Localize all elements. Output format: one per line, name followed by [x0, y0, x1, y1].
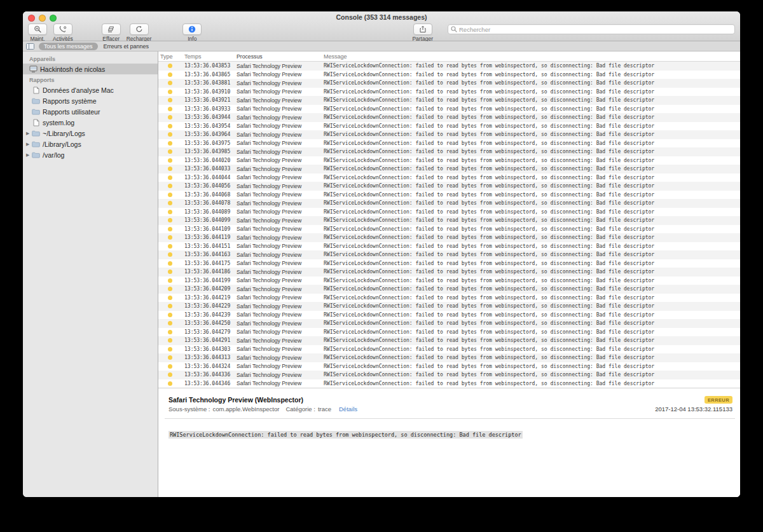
- sidebar-item[interactable]: Hackintosh de nicolas: [23, 64, 158, 74]
- column-view-icon[interactable]: [26, 43, 34, 50]
- column-header-time[interactable]: Temps: [182, 53, 237, 60]
- log-message-cell: RWIServiceLockdownConnection: failed to …: [324, 381, 740, 386]
- log-time-cell: 13:53:36.044324: [182, 364, 237, 369]
- log-message-cell: RWIServiceLockdownConnection: failed to …: [324, 252, 740, 257]
- log-row[interactable]: 13:53:36.044056Safari Technology Preview…: [158, 182, 740, 191]
- sidebar-item[interactable]: Données d'analyse Mac: [23, 85, 158, 95]
- error-badge: ERREUR: [705, 396, 732, 404]
- segment-all-messages[interactable]: Tous les messages: [39, 43, 98, 50]
- titlebar[interactable]: Console (353 314 messages): [23, 11, 740, 22]
- log-process-cell: Safari Technology Preview: [237, 132, 324, 138]
- log-row[interactable]: 13:53:36.044078Safari Technology Preview…: [158, 199, 740, 208]
- log-row[interactable]: 13:53:36.044250Safari Technology Preview…: [158, 319, 740, 328]
- log-message-cell: RWIServiceLockdownConnection: failed to …: [324, 97, 740, 103]
- log-message-cell: RWIServiceLockdownConnection: failed to …: [324, 286, 740, 292]
- log-row[interactable]: 13:53:36.044291Safari Technology Preview…: [158, 336, 740, 345]
- toolbar-button-clear[interactable]: Effacer: [102, 24, 121, 42]
- log-row[interactable]: 13:53:36.044044Safari Technology Preview…: [158, 174, 740, 182]
- sidebar-item-label: /Library/Logs: [43, 140, 81, 148]
- sidebar-item[interactable]: Rapports utilisateur: [23, 106, 158, 117]
- detail-pane: Safari Technology Preview (WebInspector)…: [158, 388, 740, 497]
- log-row[interactable]: 13:53:36.043954Safari Technology Preview…: [158, 122, 740, 131]
- toolbar-button-reload[interactable]: Recharger: [127, 24, 152, 42]
- toolbar-button-share[interactable]: Partager: [412, 24, 433, 42]
- log-row[interactable]: 13:53:36.044279Safari Technology Preview…: [158, 328, 740, 337]
- log-row[interactable]: 13:53:36.044068Safari Technology Preview…: [158, 191, 740, 200]
- log-row[interactable]: 13:53:36.044336Safari Technology Preview…: [158, 371, 740, 379]
- sidebar-item[interactable]: ▶~/Library/Logs: [23, 128, 158, 139]
- log-row[interactable]: 13:53:36.043985Safari Technology Preview…: [158, 147, 740, 156]
- yellow-fault-dot-icon: [168, 381, 172, 386]
- log-process-cell: Safari Technology Preview: [237, 191, 324, 198]
- log-process-cell: Safari Technology Preview: [237, 140, 324, 146]
- log-row[interactable]: 13:53:36.044186Safari Technology Preview…: [158, 268, 740, 276]
- log-type-cell: [158, 158, 182, 163]
- log-process-cell: Safari Technology Preview: [237, 346, 324, 352]
- log-message-cell: RWIServiceLockdownConnection: failed to …: [324, 269, 740, 275]
- document-icon: [32, 86, 40, 94]
- toolbar-button-maint[interactable]: Maint.: [28, 24, 47, 42]
- search-field[interactable]: [448, 24, 735, 34]
- log-row[interactable]: 13:53:36.043921Safari Technology Preview…: [158, 96, 740, 105]
- log-process-cell: Safari Technology Preview: [237, 338, 324, 344]
- yellow-fault-dot-icon: [168, 107, 172, 111]
- disclosure-triangle-icon[interactable]: ▶: [26, 142, 31, 147]
- log-time-cell: 13:53:36.043975: [182, 140, 237, 146]
- sidebar-section-header: Appareils: [23, 53, 158, 64]
- log-time-cell: 13:53:36.044109: [182, 226, 237, 232]
- column-header-type[interactable]: Type: [158, 53, 182, 60]
- log-row[interactable]: 13:53:36.043975Safari Technology Preview…: [158, 139, 740, 148]
- log-row[interactable]: 13:53:36.043853Safari Technology Preview…: [158, 62, 740, 71]
- log-row[interactable]: 13:53:36.044346Safari Technology Preview…: [158, 379, 740, 388]
- disclosure-triangle-icon[interactable]: ▶: [26, 153, 31, 158]
- log-process-cell: Safari Technology Preview: [237, 329, 324, 335]
- log-row[interactable]: 13:53:36.044324Safari Technology Preview…: [158, 362, 740, 371]
- log-row[interactable]: 13:53:36.044303Safari Technology Preview…: [158, 345, 740, 354]
- yellow-fault-dot-icon: [168, 210, 172, 214]
- log-row[interactable]: 13:53:36.044033Safari Technology Preview…: [158, 165, 740, 174]
- toolbar-button-info[interactable]: Info: [182, 24, 202, 42]
- details-link[interactable]: Détails: [339, 406, 357, 413]
- log-row[interactable]: 13:53:36.044239Safari Technology Preview…: [158, 311, 740, 320]
- log-row[interactable]: 13:53:36.043944Safari Technology Preview…: [158, 113, 740, 122]
- log-row[interactable]: 13:53:36.044313Safari Technology Preview…: [158, 353, 740, 362]
- log-row[interactable]: 13:53:36.043933Safari Technology Preview…: [158, 105, 740, 114]
- segment-errors-faults[interactable]: Erreurs et pannes: [104, 43, 149, 50]
- yellow-fault-dot-icon: [168, 124, 172, 128]
- detail-message: RWIServiceLockdownConnection: failed to …: [168, 431, 523, 439]
- log-row[interactable]: 13:53:36.044219Safari Technology Preview…: [158, 294, 740, 303]
- log-row[interactable]: 13:53:36.044151Safari Technology Preview…: [158, 242, 740, 251]
- log-message-cell: RWIServiceLockdownConnection: failed to …: [324, 355, 740, 360]
- log-row[interactable]: 13:53:36.044163Safari Technology Preview…: [158, 250, 740, 259]
- log-row[interactable]: 13:53:36.044109Safari Technology Preview…: [158, 225, 740, 234]
- log-row[interactable]: 13:53:36.044229Safari Technology Preview…: [158, 302, 740, 311]
- sidebar-item[interactable]: Rapports système: [23, 95, 158, 106]
- log-row[interactable]: 13:53:36.043964Safari Technology Preview…: [158, 130, 740, 139]
- log-row[interactable]: 13:53:36.044209Safari Technology Preview…: [158, 285, 740, 294]
- log-message-cell: RWIServiceLockdownConnection: failed to …: [324, 166, 740, 172]
- disclosure-triangle-icon[interactable]: ▶: [26, 131, 31, 136]
- log-row[interactable]: 13:53:36.044089Safari Technology Preview…: [158, 208, 740, 217]
- log-row[interactable]: 13:53:36.044175Safari Technology Preview…: [158, 259, 740, 268]
- column-header-message[interactable]: Message: [324, 53, 740, 60]
- log-row[interactable]: 13:53:36.044119Safari Technology Preview…: [158, 233, 740, 242]
- log-row[interactable]: 13:53:36.044099Safari Technology Preview…: [158, 216, 740, 225]
- log-process-cell: Safari Technology Preview: [237, 166, 324, 172]
- log-row[interactable]: 13:53:36.043865Safari Technology Preview…: [158, 71, 740, 79]
- sidebar-item[interactable]: ▶/var/log: [23, 149, 158, 160]
- log-row[interactable]: 13:53:36.043910Safari Technology Preview…: [158, 88, 740, 97]
- sidebar-item[interactable]: system.log: [23, 117, 158, 128]
- column-header-process[interactable]: Processus: [237, 53, 324, 60]
- log-row[interactable]: 13:53:36.044199Safari Technology Preview…: [158, 276, 740, 285]
- sidebar-item[interactable]: ▶/Library/Logs: [23, 139, 158, 149]
- log-time-cell: 13:53:36.044020: [182, 158, 237, 163]
- log-type-cell: [158, 81, 182, 85]
- log-row[interactable]: 13:53:36.044020Safari Technology Preview…: [158, 156, 740, 165]
- log-time-cell: 13:53:36.044250: [182, 320, 237, 326]
- log-row[interactable]: 13:53:36.043881Safari Technology Preview…: [158, 79, 740, 88]
- search-input[interactable]: [459, 26, 732, 33]
- log-time-cell: 13:53:36.044229: [182, 303, 237, 309]
- log-type-cell: [158, 278, 182, 283]
- toolbar-button-activities[interactable]: Activités: [53, 24, 73, 42]
- sidebar-item-label: /var/log: [43, 151, 64, 159]
